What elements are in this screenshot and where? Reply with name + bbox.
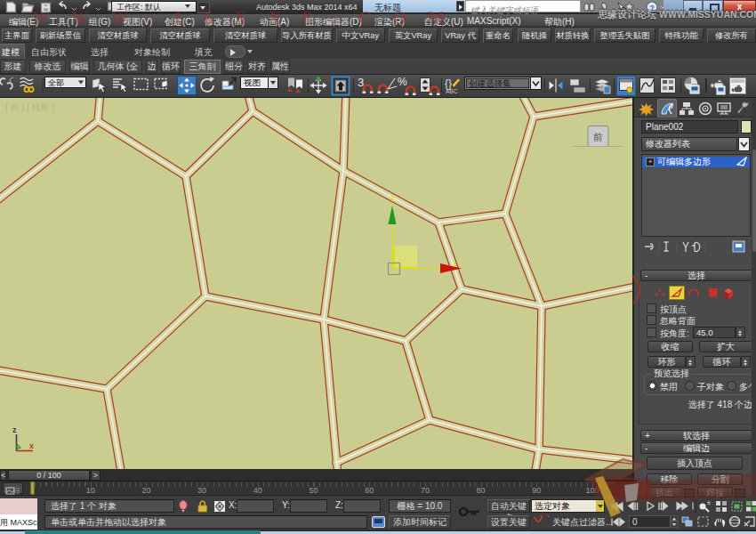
svg-text:%: % <box>398 76 407 88</box>
svg-text:20: 20 <box>141 486 150 495</box>
svg-text:90: 90 <box>532 486 541 495</box>
svg-text:10: 10 <box>86 486 95 495</box>
svg-text:±: ± <box>707 499 711 506</box>
svg-text:60: 60 <box>365 486 374 495</box>
svg-text:x: x <box>29 441 34 450</box>
svg-text:ABC: ABC <box>446 88 458 94</box>
svg-text:100: 100 <box>585 486 599 495</box>
svg-text:80: 80 <box>477 486 486 495</box>
svg-text:70: 70 <box>421 486 430 495</box>
svg-text:0: 0 <box>632 517 638 527</box>
svg-text:前: 前 <box>592 132 603 142</box>
svg-text:关键点过滤器...: 关键点过滤器... <box>552 517 613 527</box>
svg-text:[ 前 ] [ 线框 ]: [ 前 ] [ 线框 ] <box>5 102 54 112</box>
svg-text:创建选择集: 创建选择集 <box>469 78 511 88</box>
svg-text:z: z <box>12 425 17 434</box>
svg-text:40: 40 <box>253 486 262 495</box>
svg-text:50: 50 <box>309 486 318 495</box>
svg-text:视图: 视图 <box>244 77 261 87</box>
svg-text:30: 30 <box>197 486 206 495</box>
svg-text:全部: 全部 <box>48 78 64 87</box>
